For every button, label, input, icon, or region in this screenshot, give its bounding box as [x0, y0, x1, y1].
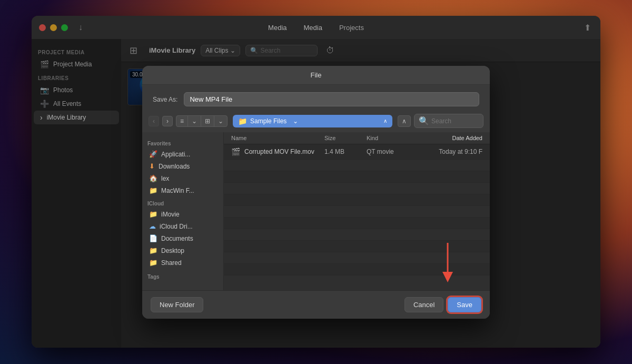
- empty-row: [224, 241, 490, 252]
- empty-row: [224, 183, 490, 194]
- new-folder-button[interactable]: New Folder: [151, 297, 203, 312]
- ms-item-label: lex: [161, 175, 169, 182]
- footer-left: New Folder: [151, 297, 203, 312]
- table-row[interactable]: 🎬 Corrupted MOV File.mov 1.4 MB QT movie…: [224, 144, 490, 160]
- modal-header: File: [142, 66, 490, 85]
- empty-row: [224, 160, 490, 171]
- empty-row: [224, 206, 490, 218]
- ms-item-label: Documents: [161, 235, 193, 242]
- nav-forward-button[interactable]: ›: [162, 116, 173, 126]
- cancel-button[interactable]: Cancel: [404, 297, 443, 312]
- view-list-button[interactable]: ≡: [176, 116, 187, 126]
- nav-row: ‹ › ≡ ⌄ ⊞ ⌄ 📁 Sample Files ⌄ ∧ ∧ 🔍: [142, 114, 490, 132]
- applications-icon: 🚀: [149, 150, 157, 158]
- downloads-icon: ⬇: [149, 162, 155, 170]
- location-folder-icon: 📁: [238, 117, 247, 125]
- expand-button[interactable]: ∧: [398, 115, 411, 127]
- file-icon: 🎬: [231, 147, 240, 156]
- modal-footer: New Folder Cancel Save: [142, 290, 490, 319]
- ms-item-label: Applicati...: [161, 151, 190, 158]
- location-dropdown-chevron: ⌄: [293, 117, 298, 125]
- empty-row: [224, 252, 490, 264]
- save-dialog: File Save As: ‹ › ≡ ⌄ ⊞ ⌄ 📁 Sample Files: [142, 66, 490, 319]
- view-grid-button[interactable]: ⊞: [201, 116, 214, 126]
- empty-row: [224, 218, 490, 229]
- save-as-label: Save As:: [153, 96, 177, 103]
- tags-section-title: Tags: [147, 274, 218, 280]
- ms-item-shared[interactable]: 📁 Shared: [144, 257, 222, 269]
- save-as-row: Save As:: [142, 85, 490, 114]
- shared-icon: 📁: [149, 259, 157, 267]
- location-label: Sample Files: [250, 117, 287, 125]
- save-button[interactable]: Save: [448, 297, 481, 312]
- footer-right: Cancel Save: [404, 297, 481, 312]
- col-size: Size: [324, 135, 367, 141]
- icloud-drive-icon: ☁: [149, 222, 156, 230]
- col-kind: Kind: [367, 135, 414, 141]
- documents-icon: 📄: [149, 234, 157, 242]
- file-size-cell: 1.4 MB: [324, 148, 367, 155]
- location-dropdown[interactable]: 📁 Sample Files ⌄ ∧: [233, 115, 392, 127]
- ms-item-label: Desktop: [161, 247, 184, 254]
- modal-overlay: File Save As: ‹ › ≡ ⌄ ⊞ ⌄ 📁 Sample Files: [32, 16, 600, 348]
- ms-item-label: Downloads: [159, 163, 190, 170]
- file-name-cell: 🎬 Corrupted MOV File.mov: [231, 147, 324, 156]
- ms-item-label: MacWin F...: [161, 187, 194, 194]
- file-list: Name Size Kind Date Added 🎬 Corrupted MO…: [224, 132, 490, 290]
- modal-search[interactable]: 🔍: [414, 114, 483, 128]
- file-kind-cell: QT movie: [367, 148, 414, 155]
- empty-row: [224, 264, 490, 276]
- modal-search-input[interactable]: [431, 117, 479, 125]
- ms-item-lex[interactable]: 🏠 lex: [144, 172, 222, 184]
- modal-sidebar: Favorites 🚀 Applicati... ⬇ Downloads 🏠 l…: [142, 132, 224, 290]
- file-date-cell: Today at 9:10 F: [414, 148, 482, 155]
- imovie-icon: 📁: [149, 210, 157, 218]
- ms-item-label: Shared: [161, 259, 182, 267]
- file-name-text: Corrupted MOV File.mov: [244, 148, 314, 155]
- ms-item-applications[interactable]: 🚀 Applicati...: [144, 148, 222, 160]
- icloud-section-title: iCloud: [142, 196, 223, 208]
- favorites-section-title: Favorites: [142, 136, 223, 148]
- ms-item-documents[interactable]: 📄 Documents: [144, 232, 222, 244]
- modal-search-icon: 🔍: [419, 116, 429, 126]
- ms-item-icloud-drive[interactable]: ☁ iCloud Dri...: [144, 220, 222, 232]
- tags-section: Tags: [142, 271, 223, 283]
- view-chevron-button[interactable]: ⌄: [187, 116, 201, 126]
- modal-body: Favorites 🚀 Applicati... ⬇ Downloads 🏠 l…: [142, 132, 490, 290]
- ms-item-desktop[interactable]: 📁 Desktop: [144, 244, 222, 257]
- col-date-added: Date Added: [414, 135, 482, 141]
- app-window: ↓ Media Media Projects ⬆ PROJECT MEDIA 🎬…: [32, 16, 600, 348]
- save-as-input[interactable]: [184, 92, 479, 106]
- ms-item-macwin[interactable]: 📁 MacWin F...: [144, 184, 222, 196]
- ms-item-label: iMovie: [161, 211, 180, 218]
- desktop-icon: 📁: [149, 247, 157, 254]
- empty-row: [224, 171, 490, 183]
- ms-item-label: iCloud Dri...: [160, 223, 193, 230]
- lex-icon: 🏠: [149, 174, 157, 182]
- empty-row: [224, 194, 490, 206]
- col-name: Name: [231, 135, 324, 141]
- location-expand-icon: ∧: [383, 118, 387, 124]
- macwin-icon: 📁: [149, 186, 157, 194]
- view-grid-chevron-button[interactable]: ⌄: [214, 116, 227, 126]
- ms-item-imovie[interactable]: 📁 iMovie: [144, 208, 222, 220]
- empty-row: [224, 229, 490, 241]
- file-list-header: Name Size Kind Date Added: [224, 132, 490, 144]
- ms-item-downloads[interactable]: ⬇ Downloads: [144, 160, 222, 172]
- view-toggle: ≡ ⌄ ⊞ ⌄: [176, 115, 228, 127]
- nav-back-button[interactable]: ‹: [149, 116, 159, 126]
